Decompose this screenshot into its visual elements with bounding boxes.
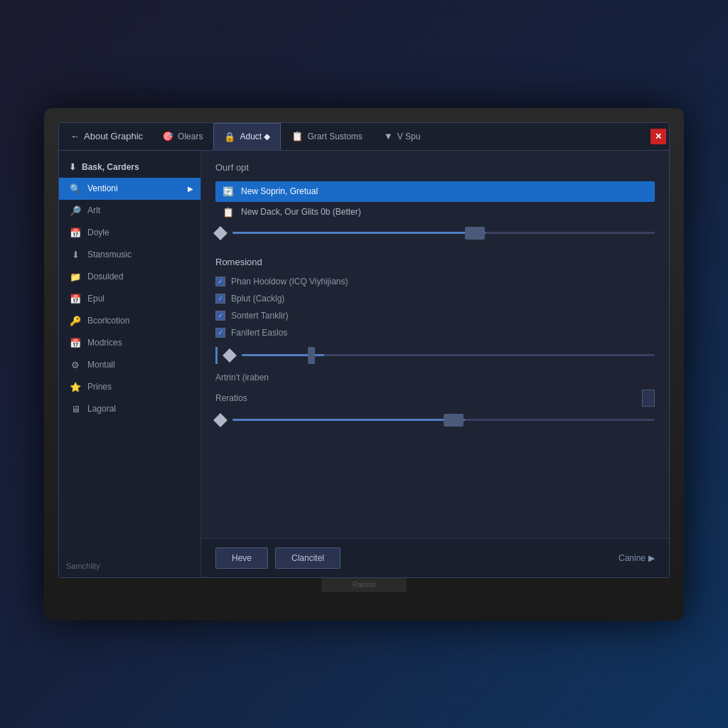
monitor-stand: Ratond xyxy=(321,578,407,592)
slider2-thumb[interactable] xyxy=(308,347,315,364)
grart-icon: 📋 xyxy=(291,131,303,141)
reratios-label: Reratios xyxy=(215,393,247,403)
close-button[interactable]: ✕ xyxy=(651,129,666,144)
sidebar-item-ventioni[interactable]: 🔍 Ventioni xyxy=(59,178,200,200)
heve-button[interactable]: Heve xyxy=(215,547,268,569)
section-title: Ourf opt xyxy=(215,162,655,173)
diamond-icon-1 xyxy=(213,226,228,240)
aduct-icon: 🔒 xyxy=(224,132,235,142)
diamond-icon-3 xyxy=(213,413,228,427)
slider3-thumb[interactable] xyxy=(444,414,464,427)
lagoral-icon: 🖥 xyxy=(69,404,82,414)
next-icon: ▶ xyxy=(648,553,655,563)
epul-icon: 📅 xyxy=(69,294,82,304)
checkbox-phan-icon: ✓ xyxy=(215,277,225,287)
checkbox-sontert-icon: ✓ xyxy=(215,311,225,321)
slider2-row xyxy=(215,341,655,373)
soprin-icon: 🔄 xyxy=(223,186,235,197)
sidebar-item-dosulded[interactable]: 📁 Dosulded xyxy=(59,266,200,288)
slider2-track[interactable] xyxy=(242,354,655,356)
slider3-row xyxy=(215,410,655,434)
section-icon: ⬇ xyxy=(69,162,76,172)
sidebar-item-arlt[interactable]: 🔎 Arlt xyxy=(59,200,200,222)
tab-olears[interactable]: 🎯 Olears xyxy=(151,123,213,150)
bottom-bar: Heve Clancitel Canine ▶ xyxy=(201,538,669,577)
option-new-dack[interactable]: 📋 New Dack, Our Glits 0b (Better) xyxy=(215,202,655,223)
doyle-icon: 📅 xyxy=(69,228,82,238)
ventioni-icon: 🔍 xyxy=(69,183,82,194)
dack-icon: 📋 xyxy=(223,207,235,218)
dosulded-icon: 📁 xyxy=(69,272,82,282)
checkbox-bplut-icon: ✓ xyxy=(215,294,225,304)
checkbox-fanllert[interactable]: ✓ Fanllert Easlos xyxy=(215,324,655,341)
sidebar-item-modrices[interactable]: 📅 Modrices xyxy=(59,332,200,354)
monitor-bezel: ← About Graphic 🎯 Olears 🔒 Aduct ◆ 📋 Gra… xyxy=(44,108,684,621)
modrices-icon: 📅 xyxy=(69,338,82,348)
sidebar-footer: Samchlity xyxy=(66,562,100,570)
sidebar-item-epul[interactable]: 📅 Epul xyxy=(59,288,200,310)
tab-aduct[interactable]: 🔒 Aduct ◆ xyxy=(213,123,281,150)
spu-icon: ▼ xyxy=(384,131,393,141)
checkbox-sontert[interactable]: ✓ Sontert Tanklir) xyxy=(215,307,655,324)
slider1-thumb[interactable] xyxy=(465,227,485,240)
bcorlcotion-icon: 🔑 xyxy=(69,316,82,326)
tab-grart[interactable]: 📋 Grart Sustoms xyxy=(281,123,373,150)
slider1-fill xyxy=(232,232,486,234)
sidebar-section-header: ⬇ Bask, Carders xyxy=(59,156,200,178)
slider1-track[interactable] xyxy=(232,232,655,234)
sidebar-item-stansmusic[interactable]: ⬇ Stansmusic xyxy=(59,244,200,266)
tab-bar: ← About Graphic 🎯 Olears 🔒 Aduct ◆ 📋 Gra… xyxy=(59,123,669,151)
sidebar-item-doyle[interactable]: 📅 Doyle xyxy=(59,222,200,244)
slider2-marker xyxy=(215,347,218,364)
slider3-fill xyxy=(232,419,465,421)
main-layout: ⬇ Bask, Carders 🔍 Ventioni 🔎 Arlt 📅 Doyl… xyxy=(59,151,669,577)
tab-spu[interactable]: ▼ V Spu xyxy=(373,123,432,150)
checkbox-phan[interactable]: ✓ Phan Hooldow (ICQ Viyhijians) xyxy=(215,273,655,290)
option-new-soprin[interactable]: 🔄 New Soprin, Gretual xyxy=(215,181,655,202)
olears-icon: 🎯 xyxy=(162,131,173,141)
sidebar-item-bcorlcotion[interactable]: 🔑 Bcorlcotion xyxy=(59,310,200,332)
reratios-label-row: Reratios xyxy=(215,390,655,407)
cancel-button[interactable]: Clancitel xyxy=(275,547,341,569)
content-area: Ourf opt 🔄 New Soprin, Gretual 📋 New Dac… xyxy=(201,151,669,538)
sidebar-item-montall[interactable]: ⚙ Montall xyxy=(59,354,200,376)
stansmusic-icon: ⬇ xyxy=(69,250,82,260)
artrin-label-row: Artrin't (iraben xyxy=(215,373,655,382)
slider3-track[interactable] xyxy=(232,419,655,421)
checkbox-bplut[interactable]: ✓ Bplut (Cacklg) xyxy=(215,290,655,307)
content-wrapper: Ourf opt 🔄 New Soprin, Gretual 📋 New Dac… xyxy=(201,151,669,577)
montall-icon: ⚙ xyxy=(69,360,82,370)
arlt-icon: 🔎 xyxy=(69,205,82,216)
diamond-icon-2 xyxy=(223,348,237,363)
back-label: About Graphic xyxy=(84,131,143,141)
back-icon: ← xyxy=(70,131,80,141)
sidebar-item-lagoral[interactable]: 🖥 Lagoral xyxy=(59,398,200,420)
sidebar-item-prines[interactable]: ⭐ Prines xyxy=(59,376,200,398)
subsection-romesiond: Romesiond xyxy=(215,257,655,267)
artrin-label: Artrin't (iraben xyxy=(215,373,269,382)
next-link[interactable]: Canine ▶ xyxy=(619,553,655,563)
prines-icon: ⭐ xyxy=(69,382,82,392)
checkbox-fanllert-icon: ✓ xyxy=(215,328,225,338)
app-window: ← About Graphic 🎯 Olears 🔒 Aduct ◆ 📋 Gra… xyxy=(58,122,670,578)
slider1-row xyxy=(215,223,655,247)
sidebar: ⬇ Bask, Carders 🔍 Ventioni 🔎 Arlt 📅 Doyl… xyxy=(59,151,201,577)
back-button[interactable]: ← About Graphic xyxy=(62,125,151,147)
reratios-value-box xyxy=(642,390,655,407)
